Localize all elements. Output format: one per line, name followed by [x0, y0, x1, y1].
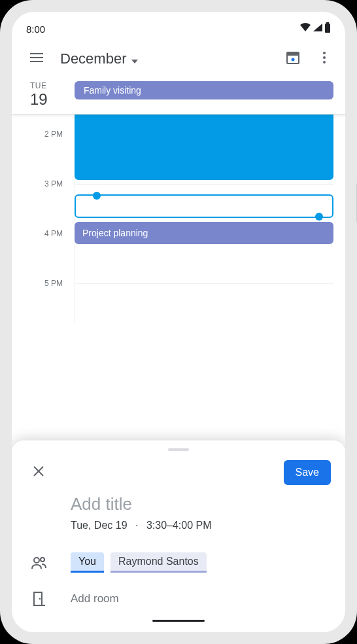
menu-icon — [30, 53, 43, 65]
nav-bar-indicator[interactable] — [152, 620, 205, 622]
hamburger-menu-button[interactable] — [24, 46, 50, 72]
device-frame: 8:00 December — [0, 0, 357, 644]
new-event-selection[interactable] — [75, 194, 333, 218]
time-slot: 5 PM — [12, 283, 345, 323]
svg-point-10 — [323, 61, 326, 63]
status-icons — [299, 22, 331, 35]
more-vert-icon — [323, 52, 326, 66]
svg-rect-0 — [326, 22, 329, 24]
cellular-icon — [313, 23, 323, 35]
close-icon — [33, 464, 44, 481]
month-label: December — [60, 50, 126, 67]
svg-point-13 — [34, 558, 39, 563]
allday-event-title: Family visiting — [84, 85, 141, 96]
timeline[interactable]: 2 PM 3 PM 4 PM 5 PM — [12, 115, 345, 323]
today-button[interactable] — [280, 46, 306, 72]
drag-handle-start[interactable] — [93, 192, 101, 200]
drag-handle-end[interactable] — [315, 213, 323, 221]
add-room-label: Add room — [71, 592, 119, 605]
svg-rect-1 — [325, 24, 330, 33]
title-input[interactable]: Add title — [71, 494, 327, 514]
allday-event[interactable]: Family visiting — [75, 81, 333, 99]
separator-dot: · — [135, 520, 138, 531]
time-label: 5 PM — [12, 279, 75, 323]
time-label: 2 PM — [12, 130, 75, 179]
datetime-row[interactable]: Tue, Dec 19 · 3:30–4:00 PM — [71, 520, 327, 531]
people-icon — [30, 556, 48, 569]
guest-chip-you[interactable]: You — [71, 552, 104, 573]
battery-icon — [324, 22, 331, 35]
status-time: 8:00 — [26, 24, 45, 35]
event-create-sheet: Save Add title Tue, Dec 19 · 3:30–4:00 P… — [12, 440, 345, 632]
svg-point-17 — [39, 598, 41, 600]
more-options-button[interactable] — [311, 46, 337, 72]
wifi-icon — [299, 23, 311, 35]
guests-row[interactable]: You Raymond Santos — [12, 543, 345, 582]
month-selector[interactable]: December — [55, 50, 275, 67]
svg-point-8 — [323, 52, 326, 54]
day-weekday: TUE — [30, 81, 75, 90]
calendar-event-project[interactable]: Project planning — [75, 222, 333, 244]
event-title: Project planning — [82, 228, 148, 238]
day-number: 19 — [30, 90, 75, 109]
time-label: 3 PM — [12, 179, 75, 229]
dropdown-icon — [131, 50, 138, 67]
day-header: TUE 19 Family visiting — [12, 79, 345, 115]
app-header: December — [12, 39, 345, 79]
time-label — [12, 115, 75, 130]
calendar-event-blue[interactable] — [75, 115, 333, 180]
close-button[interactable] — [29, 463, 48, 482]
allday-column: Family visiting — [75, 79, 345, 114]
event-time: 3:30–4:00 PM — [146, 520, 212, 531]
time-label: 4 PM — [12, 229, 75, 279]
day-label[interactable]: TUE 19 — [12, 79, 75, 114]
save-button[interactable]: Save — [284, 460, 331, 485]
room-icon — [30, 591, 48, 607]
guest-chip-person[interactable]: Raymond Santos — [110, 552, 207, 573]
status-bar: 8:00 — [12, 12, 345, 39]
svg-point-7 — [292, 58, 295, 62]
sheet-drag-handle[interactable] — [168, 448, 189, 451]
room-row[interactable]: Add room — [12, 582, 345, 616]
svg-point-14 — [41, 558, 44, 562]
screen: 8:00 December — [12, 12, 345, 632]
calendar-icon — [286, 50, 300, 67]
event-date: Tue, Dec 19 — [71, 520, 128, 531]
svg-rect-6 — [287, 52, 299, 56]
svg-point-9 — [323, 56, 326, 59]
